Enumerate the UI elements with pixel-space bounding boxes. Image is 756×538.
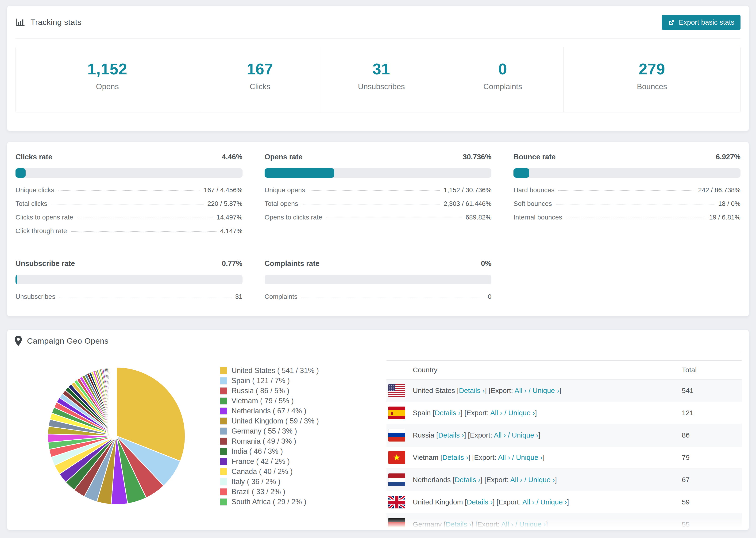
country-name: Germany [413,520,444,528]
export-all-link[interactable]: All › [522,498,535,506]
stat-label-bounces: Bounces [564,82,740,91]
geo-table-rows: United States [Details ›] [Export: All ›… [387,379,742,530]
rate-row-value: 18 / 0% [718,200,740,207]
country-links: Spain [Details ›] [Export: All › / Uniqu… [413,409,537,417]
country-links: Russia [Details ›] [Export: All › / Uniq… [413,431,540,439]
geo-table-row-germany: Germany [Details ›] [Export: All › / Uni… [387,513,742,530]
legend-item-germany: Germany ( 55 / 3% ) [220,426,379,436]
legend-item-canada: Canada ( 40 / 2% ) [220,466,379,476]
details-link[interactable]: Details › [446,520,471,528]
stat-value-bounces: 279 [564,60,740,78]
geo-table-row-united-kingdom: United Kingdom [Details ›] [Export: All … [387,491,742,513]
export-unique-link[interactable]: Unique › [516,454,543,461]
slash-separator: / [503,409,508,417]
legend-swatch-india [220,448,227,455]
legend-swatch-vietnam [220,397,227,405]
legend-label-france: France ( 42 / 2% ) [232,457,290,466]
dotted-leader [326,218,462,218]
legend-item-brazil: Brazil ( 33 / 2% ) [220,487,379,497]
legend-swatch-brazil [220,488,227,496]
progress-fill-bounce-rate [513,168,529,178]
progress-bar-unsubscribe-rate [16,275,243,284]
export-basic-stats-button[interactable]: Export basic stats [662,15,740,30]
stat-value-complaints: 0 [442,60,564,78]
bar-chart-icon [16,17,26,27]
rate-row-complaints: Complaints0 [265,290,492,303]
export-unique-link[interactable]: Unique › [512,431,538,439]
total-cell: 86 [682,431,742,439]
legend-label-italy: Italy ( 36 / 2% ) [232,477,280,486]
country-links: Germany [Details ›] [Export: All › / Uni… [413,520,548,528]
legend-swatch-united-kingdom [220,417,227,425]
geo-table-row-spain: Spain [Details ›] [Export: All › / Uniqu… [387,402,742,424]
progress-fill-clicks-rate [16,168,26,178]
de-flag-icon [388,518,405,530]
rate-row-label: Opens to clicks rate [265,214,322,221]
legend-label-south-africa: South Africa ( 29 / 2% ) [232,498,306,506]
rate-value-bounce-rate: 6.927% [716,153,740,161]
rate-row-value: 14.497% [216,214,243,221]
details-link[interactable]: Details › [459,387,485,394]
export-all-link[interactable]: All › [494,431,506,439]
legend-swatch-germany [220,427,227,435]
legend-label-romania: Romania ( 49 / 3% ) [232,437,296,446]
details-link[interactable]: Details › [435,409,460,417]
country-links: United States [Details ›] [Export: All ›… [413,387,561,395]
rate-value-complaints-rate: 0% [481,259,492,268]
export-all-link[interactable]: All › [501,520,513,528]
details-link[interactable]: Details › [442,454,468,461]
country-name: Spain [413,409,433,417]
stat-cell-clicks: 167Clicks [199,47,321,112]
export-all-link[interactable]: All › [514,387,527,394]
rate-row-hard-bounces: Hard bounces242 / 86.738% [513,183,740,197]
geo-opens-title: Campaign Geo Opens [27,336,108,346]
country-name: United Kingdom [413,498,465,506]
rate-rows-clicks-rate: Unique clicks167 / 4.456%Total clicks220… [16,183,243,238]
export-button-label: Export basic stats [679,18,734,26]
export-unique-link[interactable]: Unique › [532,387,559,394]
details-link[interactable]: Details › [438,431,464,439]
rate-value-opens-rate: 30.736% [463,153,491,161]
country-name: Russia [413,431,436,439]
stat-label-opens: Opens [16,82,199,91]
column-header-total: Total [682,366,742,374]
export-unique-link[interactable]: Unique › [508,409,535,417]
stat-cell-complaints: 0Complaints [442,47,564,112]
details-link[interactable]: Details › [467,498,493,506]
export-unique-link[interactable]: Unique › [540,498,567,506]
legend-item-united-states: United States ( 541 / 31% ) [220,365,379,376]
export-unique-link[interactable]: Unique › [528,476,555,484]
details-link[interactable]: Details › [455,476,480,484]
slash-separator: / [535,498,540,506]
rate-row-soft-bounces: Soft bounces18 / 0% [513,197,740,211]
export-all-link[interactable]: All › [498,454,510,461]
legend-item-united-kingdom: United Kingdom ( 59 / 3% ) [220,416,379,426]
country-links: United Kingdom [Details ›] [Export: All … [413,498,569,506]
rate-row-total-clicks: Total clicks220 / 5.87% [16,197,243,211]
country-cell: United States [Details ›] [Export: All ›… [387,384,682,397]
rate-title-unsubscribe-rate: Unsubscribe rate [16,259,75,268]
rate-row-value: 19 / 6.81% [709,214,740,221]
geo-table-header-row: Country Total [387,360,742,379]
legend-item-france: France ( 42 / 2% ) [220,456,379,466]
stat-cell-unsubscribes: 31Unsubscribes [321,47,442,112]
progress-bar-complaints-rate [265,275,492,284]
rate-row-unsubscribes: Unsubscribes31 [16,290,243,303]
legend-swatch-united-states [220,367,227,374]
rate-row-value: 31 [235,293,243,300]
rate-row-click-through-rate: Click through rate4.147% [16,224,243,238]
stat-label-unsubscribes: Unsubscribes [321,82,442,91]
rate-row-value: 1,152 / 30.736% [444,187,491,194]
vn-flag-icon [388,451,405,464]
export-all-link[interactable]: All › [510,476,522,484]
country-cell: Germany [Details ›] [Export: All › / Uni… [387,518,682,530]
pie-slice-other-48 [116,367,117,436]
page-title: Tracking stats [30,18,81,27]
legend-label-vietnam: Vietnam ( 79 / 5% ) [232,397,294,405]
progress-bar-clicks-rate [16,168,243,178]
export-unique-link[interactable]: Unique › [519,520,546,528]
export-all-link[interactable]: All › [490,409,503,417]
dotted-leader [58,190,200,191]
rate-rows-bounce-rate: Hard bounces242 / 86.738%Soft bounces18 … [513,183,740,224]
us-flag-icon [388,384,405,397]
